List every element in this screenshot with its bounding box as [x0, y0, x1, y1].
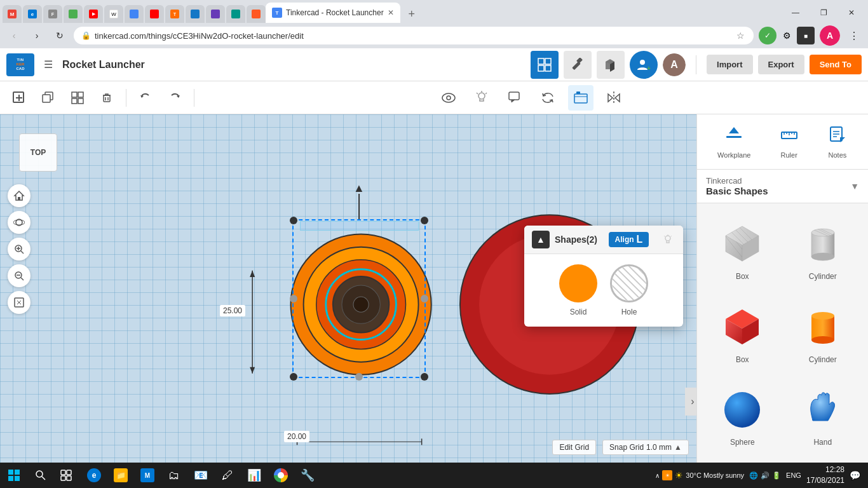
taskbar-app3[interactable]: 🖊 — [215, 463, 240, 488]
handle-middle-right[interactable] — [421, 295, 428, 302]
handle-bottom-right[interactable] — [421, 373, 428, 381]
profile-button-topbar[interactable]: A — [663, 53, 686, 76]
systray: ∧ ☀ ☀ 30°C Mostly sunny — [655, 470, 744, 480]
notes-tool[interactable]: Notes — [820, 121, 855, 163]
tab-extra1[interactable] — [125, 5, 144, 23]
tab-tinkercad-close[interactable]: ✕ — [388, 8, 394, 17]
close-button[interactable]: ✕ — [837, 3, 865, 23]
tab-tinkercad-active[interactable]: T Tinkercad - Rocket Launcher ✕ — [266, 3, 400, 23]
shape-box-grey[interactable]: Box — [706, 212, 779, 288]
handle-middle-left[interactable] — [290, 295, 297, 302]
duplicate-button[interactable] — [36, 85, 61, 111]
align-popup-body: Solid Hole — [524, 254, 683, 327]
tab-gmail[interactable]: M — [3, 5, 22, 23]
ext-box[interactable]: ■ — [797, 27, 815, 44]
copy-button[interactable] — [65, 85, 90, 111]
shape-sphere-blue[interactable]: Sphere — [706, 378, 779, 454]
tab-edge[interactable]: e — [23, 5, 42, 23]
tab-yt1[interactable]: ▶ — [84, 5, 103, 23]
ext-checkmark[interactable]: ✓ — [759, 27, 776, 44]
delete-button[interactable] — [94, 85, 119, 111]
search-taskbar[interactable] — [28, 463, 53, 488]
canvas-area[interactable]: TOP — [0, 114, 696, 463]
library-dropdown[interactable]: ▼ — [850, 181, 859, 191]
task-view-taskbar[interactable] — [53, 463, 79, 488]
chrome-menu-button[interactable]: ⋮ — [845, 27, 863, 44]
tab-extra2[interactable] — [145, 5, 164, 23]
toolbar-center — [201, 85, 862, 111]
group-button[interactable] — [568, 85, 593, 111]
tab-extra4[interactable] — [186, 5, 205, 23]
volume-icon[interactable]: 🔊 — [761, 471, 770, 480]
redo-button[interactable] — [162, 85, 187, 111]
box-tool-button[interactable] — [597, 51, 625, 79]
systray-icon1[interactable]: ☀ — [662, 470, 672, 480]
handle-bottom-left[interactable] — [290, 373, 297, 381]
taskbar-freecad[interactable]: 🔧 — [295, 463, 320, 488]
new-tab-button[interactable]: + — [403, 5, 421, 23]
shape-hand[interactable]: Hand — [787, 378, 860, 454]
export-button[interactable]: Export — [758, 55, 804, 74]
comment-button[interactable] — [502, 85, 527, 111]
import-button[interactable]: Import — [707, 55, 752, 74]
tab-extra5[interactable] — [206, 5, 225, 23]
taskbar-chrome[interactable] — [268, 463, 294, 488]
workplane-tool[interactable]: Workplane — [710, 121, 758, 163]
width-dimension: 20.00 — [284, 431, 309, 442]
tab-100f[interactable]: F — [43, 5, 62, 23]
align-light-icon[interactable] — [660, 232, 675, 247]
taskbar-app2[interactable]: 📧 — [188, 463, 214, 488]
handle-top-left[interactable] — [290, 217, 297, 224]
tinkercad-logo[interactable]: TIN KER CAD — [6, 53, 34, 76]
minimize-button[interactable]: — — [782, 3, 810, 23]
new-shape-button[interactable] — [6, 85, 32, 111]
grid-view-button[interactable] — [531, 51, 559, 79]
url-bar[interactable]: 🔒 tinkercad.com/things/cCE3HiNw2dO-rocke… — [74, 27, 754, 44]
maximize-button[interactable]: ❐ — [810, 3, 837, 23]
forward-button[interactable]: › — [28, 27, 46, 44]
systray-chevron[interactable]: ∧ — [655, 472, 660, 479]
hammer-tool-button[interactable] — [564, 51, 592, 79]
view3d-button[interactable] — [436, 85, 461, 111]
mirror-button[interactable] — [601, 85, 627, 111]
handle-middle-bottom[interactable] — [355, 373, 363, 381]
taskbar-explorer[interactable]: 📁 — [108, 463, 133, 488]
shape-box-red[interactable]: Box — [706, 295, 779, 371]
tab-extra7[interactable] — [247, 5, 266, 23]
height-arrow[interactable]: ▲ — [353, 182, 365, 219]
tab-extra6[interactable] — [226, 5, 245, 23]
send-to-button[interactable]: Send To — [810, 55, 862, 74]
star-icon[interactable]: ☆ — [735, 29, 746, 42]
add-user-button[interactable]: + — [630, 51, 658, 79]
align-solid-shape[interactable]: Solid — [559, 264, 597, 316]
back-button[interactable]: ‹ — [5, 27, 23, 44]
refresh-button[interactable]: ↻ — [51, 27, 69, 44]
taskbar-edge[interactable]: e — [81, 463, 107, 488]
taskbar-app4[interactable]: 📊 — [241, 463, 267, 488]
rotate-button[interactable] — [535, 85, 560, 111]
align-popup-collapse[interactable]: ▲ — [532, 231, 550, 248]
ext-settings[interactable]: ⚙ — [778, 27, 796, 44]
shape-cylinder-grey[interactable]: Cylinder — [787, 212, 860, 288]
light-button[interactable] — [469, 85, 494, 111]
tab-extra3[interactable]: T — [165, 5, 184, 23]
tab-wiki[interactable]: W — [104, 5, 123, 23]
snap-grid-up-arrow[interactable]: ▲ — [674, 443, 682, 452]
shape-cylinder-orange[interactable]: Cylinder — [787, 295, 860, 371]
start-button[interactable] — [0, 463, 28, 488]
taskbar-store[interactable]: M — [135, 463, 160, 488]
undo-button[interactable] — [133, 85, 158, 111]
notification-icon[interactable]: 💬 — [850, 470, 860, 480]
taskbar-app1[interactable]: 🗂 — [161, 463, 187, 488]
handle-top-right[interactable] — [421, 217, 428, 224]
menu-icon[interactable]: ☰ — [39, 56, 57, 74]
panel-collapse-arrow[interactable]: › — [685, 388, 696, 416]
ruler-tool[interactable]: Ruler — [771, 121, 807, 163]
edit-grid-button[interactable]: Edit Grid — [552, 440, 596, 455]
align-popup-header: ▲ Shapes(2) Align L — [524, 226, 683, 254]
network-icon[interactable]: 🌐 — [749, 471, 758, 480]
profile-button[interactable]: A — [820, 25, 840, 46]
tab-green[interactable] — [64, 5, 83, 23]
align-badge[interactable]: Align L — [609, 232, 649, 247]
align-hole-shape[interactable]: Hole — [610, 264, 648, 316]
